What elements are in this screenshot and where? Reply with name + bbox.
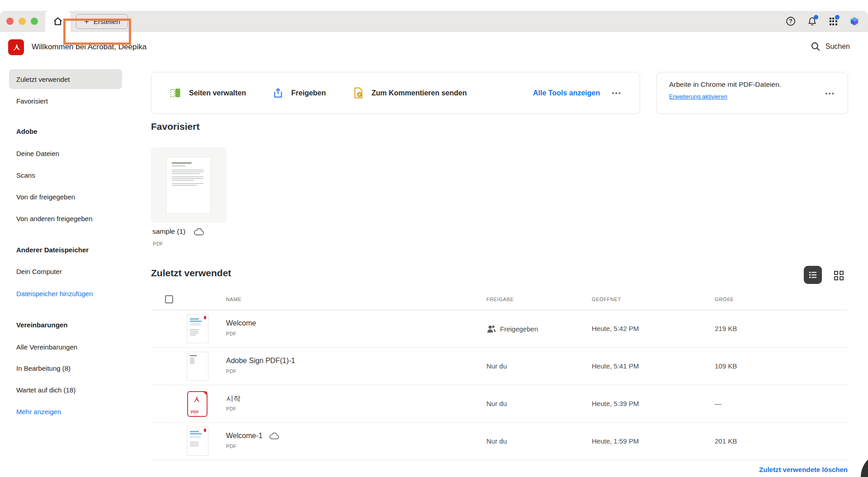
sidebar-item-your-computer[interactable]: Dein Computer (16, 268, 62, 275)
column-header-name[interactable]: NAME (226, 297, 241, 302)
sidebar-item-starred[interactable]: Favorisiert (16, 97, 48, 105)
table-row[interactable]: PDF 시작 PDF Nur du Heute, 5:39 PM — (151, 385, 848, 423)
file-size: 109 KB (715, 362, 737, 370)
create-button-label: Erstellen (94, 18, 120, 25)
share-icon (272, 87, 284, 99)
search-icon (811, 42, 821, 52)
column-header-size[interactable]: GRÖßE (715, 297, 734, 302)
file-share-status: Freigegeben (486, 325, 538, 333)
organize-pages-icon (170, 87, 182, 99)
all-tools-link[interactable]: Alle Tools anzeigen (533, 89, 600, 97)
file-thumbnail (187, 315, 208, 343)
favorite-file-type: PDF (153, 241, 163, 246)
sidebar-item-recent[interactable]: Zuletzt verwendet (16, 76, 70, 83)
zoom-window-button[interactable] (31, 18, 38, 25)
file-name: Welcome (226, 319, 256, 327)
sidebar-item-all-agreements[interactable]: Alle Vereinbarungen (16, 343, 77, 351)
clear-recent-link[interactable]: Zuletzt verwendete löschen (759, 466, 848, 473)
sidebar-item-in-progress[interactable]: In Bearbeitung (8) (16, 364, 71, 372)
shared-users-icon (486, 325, 496, 333)
column-header-opened[interactable]: GEÖFFNET (592, 297, 621, 302)
table-row[interactable]: Welcome-1 PDF Nur du Heute, 1:59 PM 201 … (151, 423, 848, 460)
sidebar-item-scans[interactable]: Scans (16, 171, 35, 179)
file-type: PDF (226, 331, 236, 336)
cloud-icon (269, 432, 280, 439)
file-share-status: Nur du (486, 362, 507, 370)
file-type: PDF (226, 406, 236, 411)
sidebar-section-agreements: Vereinbarungen (16, 321, 67, 329)
file-share-status: Nur du (486, 437, 507, 445)
help-icon[interactable]: ? (785, 16, 796, 27)
sidebar-link-add-storage[interactable]: Dateispeicher hinzufügen (16, 290, 93, 298)
file-size: — (715, 400, 722, 407)
table-row[interactable]: Adobe Sign PDF(1)-1 PDF Nur du Heute, 5:… (151, 348, 848, 385)
sidebar-link-view-more[interactable]: Mehr anzeigen (16, 408, 61, 416)
favorite-file-card[interactable] (151, 147, 226, 223)
assistant-icon[interactable] (849, 16, 860, 27)
grid-view-toggle[interactable] (833, 269, 844, 281)
file-name: Welcome-1 (226, 432, 280, 440)
sidebar-item-shared-by-others[interactable]: Von anderen freigegeben (16, 215, 92, 222)
notification-badge (814, 15, 818, 19)
window-titlebar: + Erstellen ? (0, 11, 868, 32)
sidebar: Zuletzt verwendet Favorisiert Adobe Dein… (0, 63, 136, 477)
file-name: 시작 (226, 394, 241, 404)
favorite-file-name[interactable]: sample (1) (152, 227, 185, 236)
close-window-button[interactable] (6, 18, 14, 25)
search-label: Suchen (826, 43, 850, 51)
notifications-icon[interactable] (807, 16, 817, 27)
sidebar-item-waiting-for-you[interactable]: Wartet auf dich (18) (16, 386, 75, 394)
tool-organize-pages[interactable]: Seiten verwalten (170, 87, 246, 99)
chrome-extension-card: Arbeite in Chrome mit PDF-Dateien. Erwei… (656, 72, 848, 114)
apps-badge (835, 15, 840, 19)
tool-send-for-comments[interactable]: Zum Kommentieren senden (352, 87, 467, 99)
traffic-lights (6, 18, 38, 25)
list-view-toggle[interactable] (804, 266, 822, 284)
file-opened-time: Heute, 5:39 PM (592, 400, 639, 407)
table-header: NAME FREIGABE GEÖFFNET GRÖßE (151, 289, 848, 310)
recent-files-table: NAME FREIGABE GEÖFFNET GRÖßE (151, 289, 848, 477)
file-type: PDF (226, 444, 236, 449)
send-for-comments-icon (352, 87, 364, 99)
favorite-file-thumbnail (167, 157, 211, 213)
file-share-status: Nur du (486, 400, 507, 407)
file-type: PDF (226, 368, 236, 374)
file-thumbnail (187, 352, 208, 380)
sidebar-section-other-storage: Anderer Dateispeicher (16, 246, 89, 254)
search-button[interactable]: Suchen (811, 42, 850, 52)
enable-extension-link[interactable]: Erweiterung aktivieren (669, 93, 727, 100)
promo-more-icon[interactable]: ••• (825, 90, 835, 97)
column-header-share[interactable]: FREIGABE (486, 297, 514, 302)
tool-label: Seiten verwalten (189, 89, 246, 97)
tools-more-icon[interactable]: ••• (612, 89, 622, 97)
minimize-window-button[interactable] (19, 18, 26, 25)
sidebar-item-your-files[interactable]: Deine Dateien (16, 150, 59, 157)
select-all-checkbox[interactable] (165, 295, 173, 303)
file-opened-time: Heute, 5:41 PM (592, 362, 639, 370)
tool-label: Zum Kommentieren senden (372, 89, 467, 97)
acrobat-logo-icon (8, 39, 24, 55)
recent-heading: Zuletzt verwendet (151, 268, 231, 279)
file-name: Adobe Sign PDF(1)-1 (226, 357, 295, 365)
tab-home[interactable] (45, 11, 71, 32)
corner-floating-button[interactable] (861, 452, 868, 477)
apps-icon[interactable] (828, 16, 839, 27)
sidebar-item-shared-by-you[interactable]: Von dir freigegeben (16, 193, 75, 201)
acrobat-home-window: + Erstellen ? (0, 0, 868, 477)
tool-label: Freigeben (291, 89, 326, 97)
file-opened-time: Heute, 1:59 PM (592, 437, 639, 445)
promo-title: Arbeite in Chrome mit PDF-Dateien. (669, 80, 781, 89)
create-button[interactable]: + Erstellen (76, 14, 128, 29)
home-icon (52, 16, 63, 27)
page-title: Willkommen bei Acrobat, Deepika (32, 43, 146, 52)
plus-icon: + (84, 17, 89, 26)
tool-share[interactable]: Freigeben (272, 87, 326, 99)
sidebar-section-adobe: Adobe (16, 128, 38, 135)
file-thumbnail (187, 427, 208, 455)
cloud-icon (193, 228, 205, 236)
app-header: Willkommen bei Acrobat, Deepika Suchen (0, 32, 868, 63)
file-opened-time: Heute, 5:42 PM (592, 325, 639, 332)
table-row[interactable]: Welcome PDF Freigegeben Heute, 5:42 PM 2… (151, 310, 848, 348)
file-size: 219 KB (715, 325, 737, 332)
svg-text:?: ? (789, 18, 792, 24)
